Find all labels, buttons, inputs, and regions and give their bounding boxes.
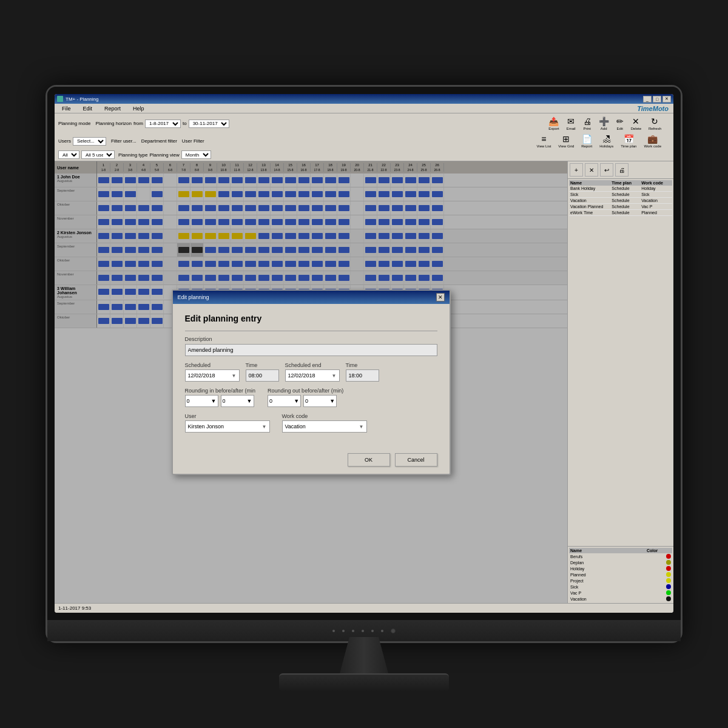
maximize-button[interactable]: □: [653, 96, 661, 103]
list-item: Deplan: [569, 559, 672, 565]
color-legend: Name Color Berufs Deplan: [568, 546, 673, 603]
users-select[interactable]: Select...: [73, 137, 106, 146]
scheduled-end-time-input[interactable]: [346, 369, 379, 382]
print-icon: 🖨: [583, 116, 592, 126]
from-date-select[interactable]: 1-8-2017: [145, 120, 181, 128]
delete-button[interactable]: ✕ Delete: [629, 115, 644, 132]
description-input[interactable]: [185, 344, 437, 356]
sick-color-dot: [666, 584, 671, 589]
delete-icon: ✕: [632, 116, 639, 126]
power-button[interactable]: [391, 629, 396, 633]
list-item[interactable]: Vacation Planned Schedule Vac P: [569, 204, 672, 210]
workcode-button[interactable]: 💼 Work code: [641, 133, 664, 149]
rounding-out-val1-input[interactable]: 0 ▼: [268, 395, 301, 407]
list-item[interactable]: Bank Holiday Schedule Holiday: [569, 186, 672, 192]
close-button[interactable]: ✕: [662, 96, 671, 103]
list-item[interactable]: Sick Schedule Sick: [569, 192, 672, 198]
toolbar-area: Planning mode Planning horizon from 1-8-…: [55, 113, 673, 161]
menu-help[interactable]: Help: [130, 105, 147, 112]
edit-button[interactable]: ✏ Edit: [614, 115, 626, 132]
rounding-out-val2-input[interactable]: 0 ▼: [303, 395, 337, 407]
modal-title: Edit planning: [178, 294, 209, 300]
list-item[interactable]: eWork Time Schedule Planned: [569, 210, 672, 216]
dept-filter-label: Department filter: [141, 138, 177, 144]
print-button[interactable]: 🖨 Print: [581, 115, 594, 132]
minimize-button[interactable]: _: [643, 96, 652, 103]
report-icon: 📄: [582, 134, 592, 144]
cancel-button[interactable]: Cancel: [395, 453, 437, 467]
refresh-button[interactable]: ↻ Refresh: [646, 115, 664, 132]
rounding-in-col: Rounding in before/after (min 0 ▼: [185, 388, 256, 407]
add-icon: ➕: [599, 116, 609, 126]
legend-berufs: Berufs: [570, 554, 664, 559]
view-list-label: View List: [536, 144, 551, 148]
menu-file[interactable]: File: [59, 105, 73, 112]
holidays-button[interactable]: 🏖 Holidays: [597, 133, 616, 149]
work-code-value: Vacation: [285, 423, 306, 430]
export-button[interactable]: 📤 Export: [546, 115, 561, 132]
ok-button[interactable]: OK: [348, 453, 390, 467]
planning-grid: User name 11-8 22-8 33-8 44-8 55-8 66-8 …: [55, 161, 567, 603]
work-code-select[interactable]: Vacation ▼: [282, 420, 367, 433]
list-item[interactable]: Vacation Schedule Vacation: [569, 198, 672, 204]
all-select[interactable]: All: [58, 150, 79, 159]
workcode-icon: 💼: [647, 134, 658, 144]
modal-body: Edit planning entry Description Schedule…: [173, 304, 450, 448]
rp-undo-button[interactable]: ↩: [600, 163, 613, 177]
modal-close-button[interactable]: ✕: [436, 293, 445, 302]
menu-edit[interactable]: Edit: [81, 105, 95, 112]
view-grid-icon: ⊞: [562, 134, 570, 144]
legend-header: Name Color: [569, 548, 672, 553]
modal-overlay: Edit planning ✕ Edit planning entry Desc…: [55, 161, 567, 603]
rp-print-button[interactable]: 🖨: [615, 163, 629, 177]
to-date-select[interactable]: 30-11-2017: [189, 120, 229, 128]
scheduled-end-date-input[interactable]: 12/02/2018 ▼: [285, 369, 340, 382]
scheduled-label: Scheduled: [185, 362, 240, 368]
legend-planned: Planned: [570, 573, 664, 577]
view-toolbar-icons: ≡ View List ⊞ View Grid 📄 Report: [534, 133, 664, 149]
holiday-color-dot: [666, 566, 671, 571]
rp-header-timeplan: Time plan: [612, 181, 641, 185]
scheduled-time-input[interactable]: [246, 369, 279, 382]
modal-title-bar: Edit planning ✕: [173, 291, 450, 304]
monitor-dot-5: [371, 630, 374, 632]
rounding-in-val2-input[interactable]: 0 ▼: [221, 395, 254, 407]
user-select[interactable]: Kirsten Jonson ▼: [185, 420, 270, 433]
list-item: Holiday: [569, 565, 672, 571]
view-list-button[interactable]: ≡ View List: [534, 133, 553, 149]
vacation-color-dot: [666, 596, 671, 601]
legend-sick: Sick: [570, 585, 664, 589]
report-button[interactable]: 📄 Report: [579, 133, 595, 149]
end-time-col: Time: [346, 362, 379, 382]
menu-report[interactable]: Report: [102, 105, 123, 112]
scheduled-end-date-value: 12/02/2018: [288, 372, 315, 379]
modal-footer: OK Cancel: [173, 448, 450, 474]
add-button[interactable]: ➕ Add: [596, 115, 612, 132]
list-item: Planned: [569, 571, 672, 578]
refresh-label: Refresh: [649, 127, 661, 130]
month-select[interactable]: Month: [181, 150, 211, 159]
rounding-in-val1-input[interactable]: 0 ▼: [185, 395, 218, 407]
planned-color-dot: [666, 572, 671, 577]
email-button[interactable]: ✉ Email: [564, 115, 578, 132]
edit-label: Edit: [616, 127, 622, 130]
all-users-select[interactable]: All 5 users: [81, 150, 115, 159]
to-label: to: [183, 121, 187, 126]
monitor-dot-6: [381, 630, 383, 632]
view-grid-button[interactable]: ⊞ View Grid: [556, 133, 576, 149]
user-value: Kirsten Jonson: [188, 423, 224, 430]
berufs-color-dot: [666, 554, 671, 559]
legend-project: Project: [570, 579, 664, 583]
status-text: 1-11-2017 9:53: [58, 605, 91, 611]
stand-base: [279, 673, 449, 692]
rp-delete-button[interactable]: ✕: [585, 163, 598, 177]
filter-toolbar-row: Users Select... Filter user... Departmen…: [58, 133, 670, 149]
timeplan-button[interactable]: 📅 Time plan: [618, 133, 639, 149]
scheduled-col: Scheduled 12/02/2018 ▼: [185, 362, 240, 382]
scheduled-end-label: Scheduled end: [285, 362, 340, 368]
rp-add-button[interactable]: +: [570, 163, 583, 177]
timemoto-logo: TimeMoto: [637, 105, 669, 112]
scheduled-date-input[interactable]: 12/02/2018 ▼: [185, 369, 240, 382]
work-code-col: Work code Vacation ▼: [282, 413, 367, 433]
view-list-icon: ≡: [541, 134, 546, 144]
